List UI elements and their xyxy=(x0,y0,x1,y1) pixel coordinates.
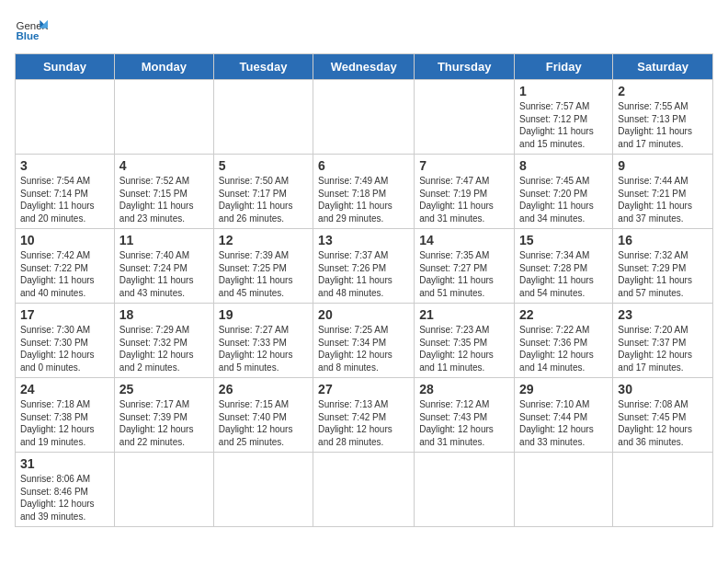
day-info: Sunrise: 7:32 AM Sunset: 7:29 PM Dayligh… xyxy=(618,249,708,299)
calendar-cell: 21Sunrise: 7:23 AM Sunset: 7:35 PM Dayli… xyxy=(415,304,515,378)
week-row-4: 24Sunrise: 7:18 AM Sunset: 7:38 PM Dayli… xyxy=(16,378,713,453)
calendar-cell: 7Sunrise: 7:47 AM Sunset: 7:19 PM Daylig… xyxy=(415,155,515,229)
day-info: Sunrise: 7:35 AM Sunset: 7:27 PM Dayligh… xyxy=(419,249,509,299)
calendar-cell: 15Sunrise: 7:34 AM Sunset: 7:28 PM Dayli… xyxy=(515,229,613,304)
week-row-0: 1Sunrise: 7:57 AM Sunset: 7:12 PM Daylig… xyxy=(16,80,713,155)
day-number: 13 xyxy=(318,233,409,247)
calendar-cell xyxy=(213,80,313,155)
week-row-3: 17Sunrise: 7:30 AM Sunset: 7:30 PM Dayli… xyxy=(16,304,713,378)
calendar-cell: 4Sunrise: 7:52 AM Sunset: 7:15 PM Daylig… xyxy=(114,155,213,229)
calendar-cell xyxy=(515,453,613,527)
day-info: Sunrise: 7:37 AM Sunset: 7:26 PM Dayligh… xyxy=(318,249,409,299)
day-info: Sunrise: 7:12 AM Sunset: 7:43 PM Dayligh… xyxy=(419,398,509,448)
day-info: Sunrise: 7:10 AM Sunset: 7:44 PM Dayligh… xyxy=(519,398,608,448)
day-number: 12 xyxy=(219,233,308,247)
logo-icon: General Blue xyxy=(15,15,48,48)
calendar-cell xyxy=(213,453,313,527)
svg-text:Blue: Blue xyxy=(16,30,40,41)
day-info: Sunrise: 7:27 AM Sunset: 7:33 PM Dayligh… xyxy=(219,324,308,373)
day-number: 6 xyxy=(318,158,409,173)
weekday-header-saturday: Saturday xyxy=(613,54,713,80)
calendar-cell: 13Sunrise: 7:37 AM Sunset: 7:26 PM Dayli… xyxy=(313,229,415,304)
day-number: 21 xyxy=(419,307,509,322)
day-info: Sunrise: 7:13 AM Sunset: 7:42 PM Dayligh… xyxy=(318,398,409,448)
day-info: Sunrise: 7:23 AM Sunset: 7:35 PM Dayligh… xyxy=(419,324,509,373)
weekday-header-row: SundayMondayTuesdayWednesdayThursdayFrid… xyxy=(16,54,713,80)
header: General Blue xyxy=(15,15,713,48)
day-number: 5 xyxy=(219,158,308,173)
day-info: Sunrise: 7:54 AM Sunset: 7:14 PM Dayligh… xyxy=(20,175,109,224)
day-info: Sunrise: 7:52 AM Sunset: 7:15 PM Dayligh… xyxy=(119,175,209,224)
weekday-header-thursday: Thursday xyxy=(415,54,515,80)
day-info: Sunrise: 7:17 AM Sunset: 7:39 PM Dayligh… xyxy=(119,398,209,448)
logo: General Blue xyxy=(15,15,53,48)
day-number: 25 xyxy=(119,382,209,396)
day-info: Sunrise: 7:57 AM Sunset: 7:12 PM Dayligh… xyxy=(519,100,608,150)
calendar-cell xyxy=(313,80,415,155)
day-number: 15 xyxy=(519,233,608,247)
day-info: Sunrise: 7:55 AM Sunset: 7:13 PM Dayligh… xyxy=(618,100,708,150)
calendar-cell: 3Sunrise: 7:54 AM Sunset: 7:14 PM Daylig… xyxy=(16,155,115,229)
calendar-cell xyxy=(613,453,713,527)
day-info: Sunrise: 7:49 AM Sunset: 7:18 PM Dayligh… xyxy=(318,175,409,224)
calendar-cell: 23Sunrise: 7:20 AM Sunset: 7:37 PM Dayli… xyxy=(613,304,713,378)
day-number: 28 xyxy=(419,382,509,396)
calendar-cell: 16Sunrise: 7:32 AM Sunset: 7:29 PM Dayli… xyxy=(613,229,713,304)
calendar-cell xyxy=(415,453,515,527)
weekday-header-tuesday: Tuesday xyxy=(213,54,313,80)
calendar-cell: 17Sunrise: 7:30 AM Sunset: 7:30 PM Dayli… xyxy=(16,304,115,378)
day-info: Sunrise: 7:47 AM Sunset: 7:19 PM Dayligh… xyxy=(419,175,509,224)
calendar-cell: 11Sunrise: 7:40 AM Sunset: 7:24 PM Dayli… xyxy=(114,229,213,304)
day-info: Sunrise: 7:40 AM Sunset: 7:24 PM Dayligh… xyxy=(119,249,209,299)
day-number: 22 xyxy=(519,307,608,322)
calendar-cell: 28Sunrise: 7:12 AM Sunset: 7:43 PM Dayli… xyxy=(415,378,515,453)
calendar-cell: 10Sunrise: 7:42 AM Sunset: 7:22 PM Dayli… xyxy=(16,229,115,304)
calendar-cell: 25Sunrise: 7:17 AM Sunset: 7:39 PM Dayli… xyxy=(114,378,213,453)
day-number: 30 xyxy=(618,382,708,396)
day-number: 20 xyxy=(318,307,409,322)
day-number: 27 xyxy=(318,382,409,396)
calendar-cell: 2Sunrise: 7:55 AM Sunset: 7:13 PM Daylig… xyxy=(613,80,713,155)
calendar-cell: 12Sunrise: 7:39 AM Sunset: 7:25 PM Dayli… xyxy=(213,229,313,304)
day-number: 9 xyxy=(618,158,708,173)
calendar-cell: 22Sunrise: 7:22 AM Sunset: 7:36 PM Dayli… xyxy=(515,304,613,378)
calendar-cell: 30Sunrise: 7:08 AM Sunset: 7:45 PM Dayli… xyxy=(613,378,713,453)
week-row-1: 3Sunrise: 7:54 AM Sunset: 7:14 PM Daylig… xyxy=(16,155,713,229)
day-number: 23 xyxy=(618,307,708,322)
day-info: Sunrise: 7:50 AM Sunset: 7:17 PM Dayligh… xyxy=(219,175,308,224)
day-number: 19 xyxy=(219,307,308,322)
weekday-header-monday: Monday xyxy=(114,54,213,80)
weekday-header-sunday: Sunday xyxy=(16,54,115,80)
day-number: 7 xyxy=(419,158,509,173)
calendar-cell xyxy=(415,80,515,155)
day-number: 24 xyxy=(20,382,109,396)
day-number: 26 xyxy=(219,382,308,396)
calendar-cell: 8Sunrise: 7:45 AM Sunset: 7:20 PM Daylig… xyxy=(515,155,613,229)
calendar-cell: 5Sunrise: 7:50 AM Sunset: 7:17 PM Daylig… xyxy=(213,155,313,229)
day-number: 17 xyxy=(20,307,109,322)
day-number: 31 xyxy=(20,456,109,471)
day-number: 4 xyxy=(119,158,209,173)
day-info: Sunrise: 7:44 AM Sunset: 7:21 PM Dayligh… xyxy=(618,175,708,224)
day-info: Sunrise: 7:15 AM Sunset: 7:40 PM Dayligh… xyxy=(219,398,308,448)
weekday-header-friday: Friday xyxy=(515,54,613,80)
calendar-cell xyxy=(114,453,213,527)
calendar-cell: 24Sunrise: 7:18 AM Sunset: 7:38 PM Dayli… xyxy=(16,378,115,453)
day-info: Sunrise: 7:20 AM Sunset: 7:37 PM Dayligh… xyxy=(618,324,708,373)
calendar-cell xyxy=(114,80,213,155)
day-number: 29 xyxy=(519,382,608,396)
calendar-cell: 31Sunrise: 8:06 AM Sunset: 8:46 PM Dayli… xyxy=(16,453,115,527)
weekday-header-wednesday: Wednesday xyxy=(313,54,415,80)
day-info: Sunrise: 7:30 AM Sunset: 7:30 PM Dayligh… xyxy=(20,324,109,373)
calendar-cell: 19Sunrise: 7:27 AM Sunset: 7:33 PM Dayli… xyxy=(213,304,313,378)
calendar-cell xyxy=(16,80,115,155)
day-info: Sunrise: 7:25 AM Sunset: 7:34 PM Dayligh… xyxy=(318,324,409,373)
day-info: Sunrise: 7:08 AM Sunset: 7:45 PM Dayligh… xyxy=(618,398,708,448)
day-number: 11 xyxy=(119,233,209,247)
calendar-cell: 29Sunrise: 7:10 AM Sunset: 7:44 PM Dayli… xyxy=(515,378,613,453)
calendar-table: SundayMondayTuesdayWednesdayThursdayFrid… xyxy=(15,53,713,527)
day-number: 14 xyxy=(419,233,509,247)
calendar-cell: 26Sunrise: 7:15 AM Sunset: 7:40 PM Dayli… xyxy=(213,378,313,453)
day-info: Sunrise: 7:45 AM Sunset: 7:20 PM Dayligh… xyxy=(519,175,608,224)
calendar-cell: 27Sunrise: 7:13 AM Sunset: 7:42 PM Dayli… xyxy=(313,378,415,453)
